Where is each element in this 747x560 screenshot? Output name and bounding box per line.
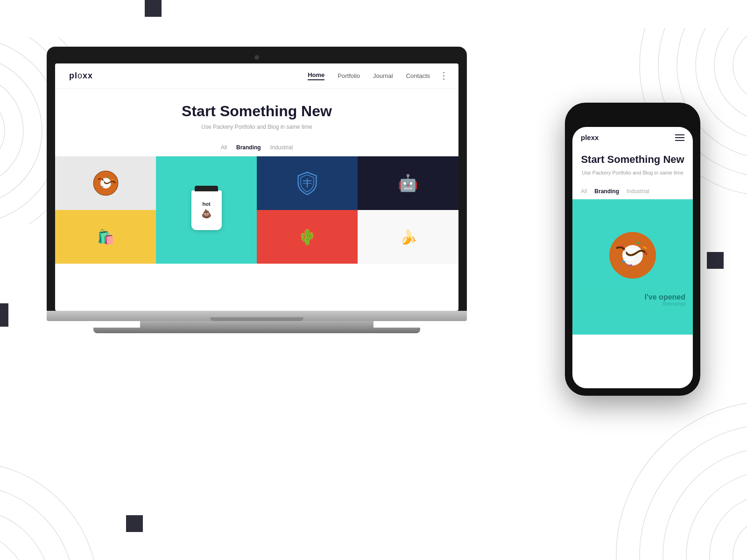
svg-point-0 — [0, 93, 5, 168]
laptop-nav-links: Home Portfolio Journal Contacts — [308, 71, 444, 80]
grid-cell-food: 🍌 — [358, 210, 458, 264]
cup-steam-icon: 💩 — [201, 209, 211, 219]
svg-point-7 — [714, 28, 747, 121]
cup-lid — [195, 186, 218, 191]
grid-cell-robot: 🤖 — [358, 156, 458, 210]
laptop-stand — [140, 321, 374, 328]
phone-filter-tabs: All Branding Industrial — [572, 184, 693, 199]
cactus-image: 🌵 — [298, 228, 317, 246]
svg-point-1 — [0, 75, 23, 187]
decorative-square-4 — [126, 515, 143, 532]
cup-text: hot — [202, 201, 210, 207]
laptop-mockup: ploxx Home Portfolio Journal Contacts St — [47, 47, 467, 333]
laptop-logo: ploxx — [69, 71, 93, 81]
circles-bottomright-decor — [612, 373, 747, 560]
phone-filter-all[interactable]: All — [581, 188, 587, 195]
donut-image: C — [91, 168, 121, 198]
svg-point-21 — [640, 425, 747, 560]
svg-point-22 — [616, 401, 747, 560]
svg-point-14 — [0, 509, 51, 560]
laptop-camera — [254, 55, 259, 60]
laptop-frame: ploxx Home Portfolio Journal Contacts St — [47, 47, 467, 311]
svg-point-6 — [733, 28, 747, 103]
food-image: 🍌 — [400, 229, 417, 245]
cup-body: hot 💩 — [191, 190, 222, 230]
phone-hero-subtitle: Use Packery Portfolio and Blog in same t… — [581, 169, 684, 176]
svg-point-12 — [0, 555, 5, 560]
food-bag-image: 🛍️ — [97, 229, 114, 245]
hamburger-menu-icon[interactable] — [675, 134, 684, 141]
svg-text:C: C — [102, 177, 109, 188]
phone-item-title: I've opened — [580, 293, 685, 301]
laptop-nav: ploxx Home Portfolio Journal Contacts — [55, 63, 458, 89]
nav-link-journal[interactable]: Journal — [373, 72, 393, 79]
svg-point-18 — [710, 495, 747, 560]
decorative-square-1 — [145, 0, 162, 17]
svg-point-2 — [0, 56, 42, 205]
laptop-hero-subtitle: Use Packery Portfolio and Blog in same t… — [64, 124, 449, 130]
logo-o-char: o — [78, 71, 83, 81]
laptop-foot — [93, 328, 420, 333]
phone-notch-bar — [572, 110, 693, 121]
phone-logo: plexx — [581, 133, 599, 141]
filter-tab-all[interactable]: All — [221, 144, 227, 151]
phone-screen: plexx Start Something New Use Packery Po… — [572, 127, 693, 388]
nav-link-contacts[interactable]: Contacts — [406, 72, 430, 79]
phone-hero-title: Start Something New — [581, 154, 684, 166]
laptop-filter-tabs: All Branding Industrial — [55, 140, 458, 156]
phone-portfolio-item: C I've opened Rebrushpd — [572, 199, 693, 311]
grid-cell-cactus: 🌵 — [257, 210, 358, 264]
phone-nav: plexx — [572, 127, 693, 146]
decorative-square-2 — [707, 252, 724, 269]
phone-mockup: plexx Start Something New Use Packery Po… — [565, 103, 700, 396]
phone-bottom-section — [572, 311, 693, 335]
nav-more-icon — [443, 72, 444, 80]
circles-bottomleft-decor — [0, 434, 103, 560]
nav-link-portfolio[interactable]: Portfolio — [338, 72, 360, 79]
svg-point-19 — [686, 471, 747, 560]
phone-device: plexx Start Something New Use Packery Po… — [565, 103, 700, 396]
svg-point-15 — [0, 485, 75, 560]
phone-filter-branding[interactable]: Branding — [594, 188, 619, 195]
svg-text:C: C — [622, 244, 636, 265]
laptop-screen: ploxx Home Portfolio Journal Contacts St — [55, 63, 458, 311]
svg-point-13 — [0, 532, 28, 560]
laptop-portfolio-grid: C hot 💩 — [55, 156, 458, 264]
laptop-base — [47, 311, 467, 321]
shield-icon — [296, 171, 318, 196]
svg-point-20 — [663, 448, 747, 560]
grid-cell-shield — [257, 156, 358, 210]
svg-point-16 — [0, 462, 98, 560]
svg-point-8 — [696, 28, 747, 140]
grid-cell-foodbag: 🛍️ — [55, 210, 156, 264]
laptop-hero: Start Something New Use Packery Portfoli… — [55, 89, 458, 140]
robot-image: 🤖 — [398, 174, 418, 193]
filter-tab-industrial[interactable]: Industrial — [270, 144, 293, 151]
decorative-square-3 — [0, 303, 8, 327]
svg-point-17 — [733, 518, 747, 560]
grid-cell-donut: C — [55, 156, 156, 210]
filter-tab-branding[interactable]: Branding — [236, 144, 261, 151]
phone-item-subtitle: Rebrushpd — [580, 301, 685, 307]
phone-filter-industrial[interactable]: Industrial — [627, 188, 649, 195]
nav-link-home[interactable]: Home — [308, 71, 324, 80]
phone-item-label: I've opened Rebrushpd — [572, 288, 693, 311]
grid-cell-hot-cup: hot 💩 — [156, 156, 257, 264]
laptop-device: ploxx Home Portfolio Journal Contacts St — [47, 47, 467, 333]
phone-donut-image: C — [605, 227, 661, 283]
phone-notch — [605, 110, 661, 121]
phone-hero: Start Something New Use Packery Portfoli… — [572, 146, 693, 184]
laptop-hero-title: Start Something New — [64, 103, 449, 120]
